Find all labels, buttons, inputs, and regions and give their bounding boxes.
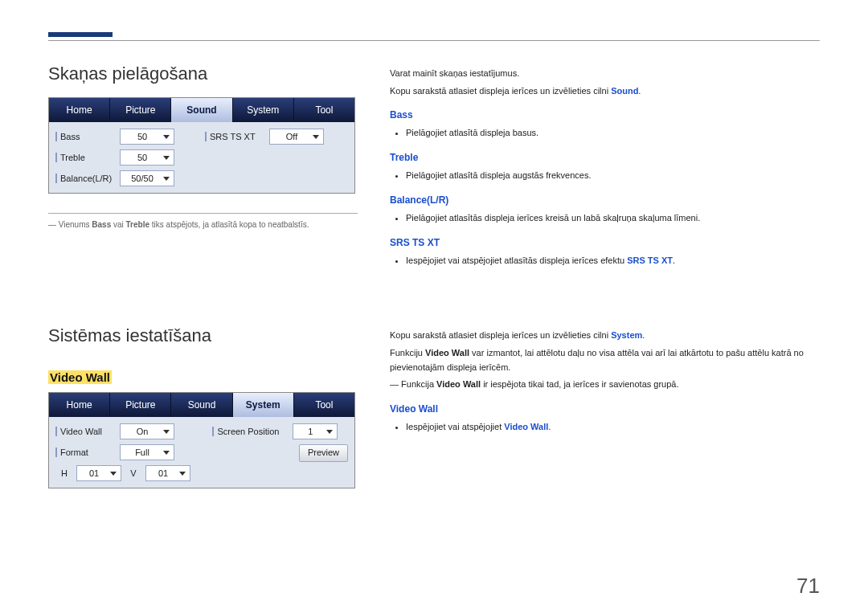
li-treble: Pielāgojiet atlasītā displeja augstās fr…	[406, 169, 820, 183]
sy1a: Kopu sarakstā atlasiet displeja ierīces …	[390, 330, 611, 340]
li-srs: Iespējojiet vai atspējojiet atlasītās di…	[406, 254, 820, 268]
tab-tool[interactable]: Tool	[294, 98, 354, 122]
sy1c: .	[642, 330, 645, 340]
sy1b: System	[611, 330, 642, 340]
livw-c: .	[548, 422, 551, 431]
system-settings-panel: Home Picture Sound System Tool Video Wal…	[48, 392, 355, 488]
li-videowall: Iespējojiet vai atspējojiet Video Wall.	[406, 420, 820, 435]
fn-bass: Bass	[92, 220, 111, 229]
system-intro-1: Kopu sarakstā atlasiet displeja ierīces …	[390, 329, 820, 343]
fn-mid: vai	[111, 220, 125, 229]
sy2b: Video Wall	[425, 348, 469, 358]
syn-c: ir iespējota tikai tad, ja ierīces ir sa…	[481, 379, 678, 389]
tab-sound[interactable]: Sound	[171, 98, 232, 122]
tab-home[interactable]: Home	[49, 98, 110, 122]
select-screenpos[interactable]: 1	[293, 423, 338, 439]
li-balance: Pielāgojiet atlasītās displeja ierīces k…	[406, 211, 820, 226]
tab-sound-2[interactable]: Sound	[171, 393, 232, 417]
tab-tool-2[interactable]: Tool	[294, 393, 354, 417]
select-format[interactable]: Full	[120, 444, 174, 460]
label-treble: Treble	[55, 153, 117, 162]
select-treble[interactable]: 50	[120, 149, 174, 166]
heading-treble: Treble	[390, 150, 820, 166]
sound-footnote: ― Vienums Bass vai Treble tiks atspējots…	[48, 213, 358, 229]
sound-intro-2: Kopu sarakstā atlasiet displeja ierīces …	[390, 84, 820, 99]
li-bass: Pielāgojiet atlasītā displeja basus.	[406, 126, 820, 141]
preview-button[interactable]: Preview	[299, 444, 348, 462]
select-v[interactable]: 01	[145, 465, 190, 481]
syn-a: ― Funkcija	[390, 379, 436, 389]
select-balance[interactable]: 50/50	[120, 170, 174, 186]
footnote-text: ― Vienums Bass vai Treble tiks atspējots…	[48, 220, 309, 229]
system-panel-tabs: Home Picture Sound System Tool	[49, 393, 354, 417]
header-accent	[48, 32, 113, 37]
label-srs: SRS TS XT	[205, 132, 266, 141]
tab-picture[interactable]: Picture	[110, 98, 171, 122]
system-note: ― Funkcija Video Wall ir iespējota tikai…	[390, 378, 820, 392]
label-videowall: Video Wall	[55, 427, 117, 436]
label-format: Format	[55, 447, 117, 457]
si2c: .	[638, 86, 641, 96]
sound-settings-panel: Home Picture Sound System Tool Bass 50 T…	[48, 97, 355, 194]
label-bass: Bass	[55, 132, 117, 141]
section-title-system: Sistēmas iestatīšana	[48, 325, 358, 346]
select-bass[interactable]: 50	[120, 129, 174, 145]
livw-a: Iespējojiet vai atspējojiet	[406, 422, 504, 431]
si2b: Sound	[611, 86, 638, 96]
si2a: Kopu sarakstā atlasiet displeja ierīces …	[390, 86, 611, 96]
select-videowall[interactable]: On	[120, 423, 174, 439]
label-v: V	[125, 468, 142, 478]
sy2a: Funkciju	[390, 348, 425, 358]
header-rule	[48, 40, 820, 41]
select-srs[interactable]: Off	[269, 129, 324, 145]
heading-srs: SRS TS XT	[390, 235, 820, 251]
heading-bass: Bass	[390, 108, 820, 123]
heading-balance: Balance(L/R)	[390, 193, 820, 208]
subheading-videowall: Video Wall	[48, 370, 112, 384]
label-balance: Balance(L/R)	[55, 174, 117, 183]
fn-pre: ― Vienums	[48, 220, 92, 229]
lisrs-c: .	[673, 255, 675, 265]
section-title-sound: Skaņas pielāgošana	[48, 63, 358, 84]
sound-intro-1: Varat mainīt skaņas iestatījumus.	[390, 67, 820, 81]
fn-suf: tiks atspējots, ja atlasītā kopa to neat…	[149, 220, 309, 229]
lisrs-b: SRS TS XT	[627, 255, 673, 265]
label-screenpos: Screen Position	[212, 427, 289, 436]
syn-b: Video Wall	[436, 379, 481, 389]
tab-picture-2[interactable]: Picture	[110, 393, 171, 417]
heading-videowall: Video Wall	[390, 402, 820, 417]
tab-home-2[interactable]: Home	[49, 393, 110, 417]
tab-system-2[interactable]: System	[233, 393, 294, 417]
label-h: H	[55, 468, 73, 478]
fn-treble: Treble	[126, 220, 149, 229]
livw-b: Video Wall	[504, 422, 548, 431]
select-h[interactable]: 01	[76, 465, 121, 481]
lisrs-a: Iespējojiet vai atspējojiet atlasītās di…	[406, 255, 627, 265]
page-number: 71	[796, 574, 820, 599]
sound-panel-tabs: Home Picture Sound System Tool	[49, 98, 354, 122]
tab-system[interactable]: System	[233, 98, 294, 122]
system-intro-2: Funkciju Video Wall var izmantot, lai at…	[390, 346, 820, 374]
